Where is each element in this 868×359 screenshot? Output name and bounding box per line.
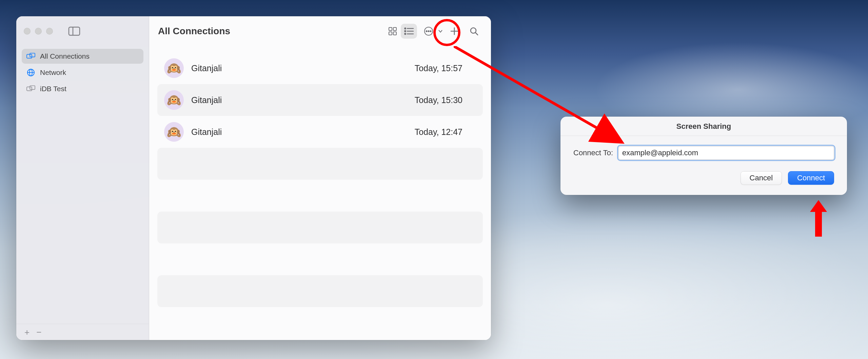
connection-row[interactable]: 🙉 Gitanjali Today, 12:47 xyxy=(157,116,483,148)
plus-icon xyxy=(450,27,459,36)
cancel-button[interactable]: Cancel xyxy=(741,171,782,185)
traffic-lights xyxy=(24,28,53,35)
ellipsis-icon xyxy=(420,24,437,39)
grid-view-button[interactable] xyxy=(384,24,401,39)
view-mode-segment xyxy=(384,24,417,39)
connection-name: Gitanjali xyxy=(191,127,407,137)
avatar: 🙉 xyxy=(164,90,184,110)
list-view-button[interactable] xyxy=(401,24,417,39)
close-traffic-light[interactable] xyxy=(24,28,31,35)
dialog-buttons: Cancel Connect xyxy=(560,163,847,195)
sidebar-toggle-icon[interactable] xyxy=(68,26,81,36)
sidebar-item-network[interactable]: Network xyxy=(22,65,143,80)
svg-point-13 xyxy=(405,28,406,29)
svg-rect-9 xyxy=(389,27,392,31)
dialog-body: Connect To: xyxy=(560,136,847,163)
sidebar-remove-button[interactable]: − xyxy=(36,328,41,337)
sidebar-item-label: iDB Test xyxy=(40,85,66,93)
search-button[interactable] xyxy=(466,24,482,39)
empty-row xyxy=(157,148,483,180)
svg-point-20 xyxy=(426,31,427,32)
page-title: All Connections xyxy=(158,26,381,37)
svg-line-26 xyxy=(475,33,478,35)
connection-time: Today, 15:30 xyxy=(415,95,476,105)
svg-point-22 xyxy=(430,31,431,32)
zoom-traffic-light[interactable] xyxy=(46,28,53,35)
add-connection-button[interactable] xyxy=(446,24,462,39)
connect-button[interactable]: Connect xyxy=(788,171,834,185)
empty-row xyxy=(157,180,483,212)
annotation-arrow-to-connect xyxy=(808,197,829,237)
globe-icon xyxy=(26,69,35,76)
avatar: 🙉 xyxy=(164,122,184,142)
avatar: 🙉 xyxy=(164,58,184,78)
sidebar-item-label: Network xyxy=(40,68,66,77)
displays-icon xyxy=(26,53,35,60)
sidebar-list: All Connections Network xyxy=(16,46,149,324)
connection-row[interactable]: 🙉 Gitanjali Today, 15:30 xyxy=(157,84,483,116)
svg-rect-12 xyxy=(393,32,396,35)
svg-rect-11 xyxy=(389,32,392,35)
empty-row xyxy=(157,275,483,307)
sidebar-item-idb-test[interactable]: iDB Test xyxy=(22,81,143,96)
connection-name: Gitanjali xyxy=(191,63,407,73)
svg-rect-0 xyxy=(69,27,80,35)
connection-time: Today, 15:57 xyxy=(415,63,476,73)
empty-row xyxy=(157,212,483,243)
screen-sharing-window: All Connections Network xyxy=(16,16,491,340)
sidebar-footer: + − xyxy=(16,324,149,340)
connection-row[interactable]: 🙉 Gitanjali Today, 15:57 xyxy=(157,52,483,84)
minimize-traffic-light[interactable] xyxy=(35,28,42,35)
content-area: All Connections xyxy=(149,16,491,340)
dialog-title: Screen Sharing xyxy=(560,117,847,136)
sidebar-item-label: All Connections xyxy=(40,52,90,60)
svg-rect-8 xyxy=(30,86,35,89)
more-menu[interactable] xyxy=(420,24,443,39)
svg-point-21 xyxy=(428,31,429,32)
svg-rect-7 xyxy=(27,87,32,91)
connect-to-input[interactable] xyxy=(618,146,834,160)
titlebar-left xyxy=(16,16,149,46)
search-icon xyxy=(470,27,478,36)
chevron-down-icon xyxy=(438,29,443,33)
svg-rect-10 xyxy=(393,27,396,31)
sidebar: All Connections Network xyxy=(16,16,149,340)
connect-dialog: Screen Sharing Connect To: Cancel Connec… xyxy=(560,117,847,195)
svg-rect-2 xyxy=(27,54,32,58)
svg-rect-3 xyxy=(30,53,35,57)
sidebar-add-button[interactable]: + xyxy=(24,328,29,337)
connection-name: Gitanjali xyxy=(191,95,407,105)
toolbar: All Connections xyxy=(149,16,491,46)
connection-time: Today, 12:47 xyxy=(415,127,476,137)
connect-to-label: Connect To: xyxy=(573,148,613,157)
svg-point-17 xyxy=(405,33,406,34)
connections-list: 🙉 Gitanjali Today, 15:57 🙉 Gitanjali Tod… xyxy=(149,46,491,313)
svg-point-15 xyxy=(405,31,406,32)
sidebar-item-all-connections[interactable]: All Connections xyxy=(22,49,143,64)
displays-icon xyxy=(26,85,35,93)
empty-row xyxy=(157,243,483,275)
